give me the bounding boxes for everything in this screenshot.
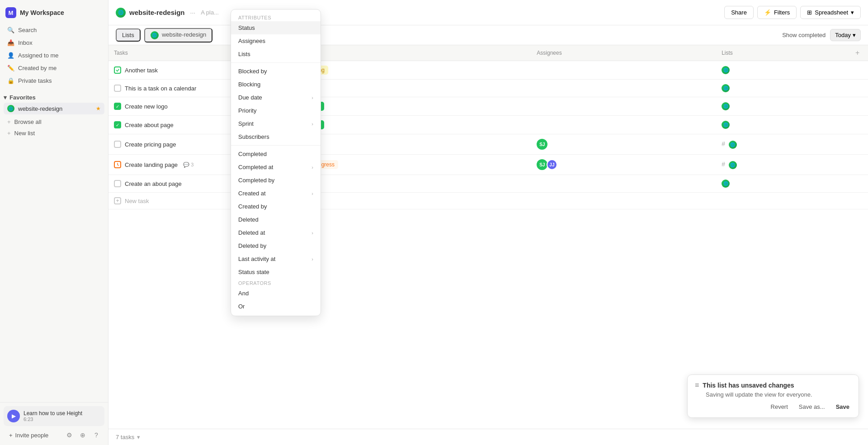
dropdown-item-completed-by[interactable]: Completed by — [231, 174, 321, 187]
plus-icon: + — [9, 432, 13, 439]
notification-title: This list has unsaved changes — [703, 382, 794, 389]
sidebar-nav-search[interactable]: 🔍 Search — [4, 24, 104, 36]
task-name: Another task — [125, 67, 158, 74]
new-list-button[interactable]: + New list — [4, 128, 104, 139]
table-row: Another task Testing 🌐 — [108, 61, 868, 80]
save-as-button[interactable]: Save as... — [797, 402, 827, 411]
dropdown-item-due-date[interactable]: Due date › — [231, 91, 321, 104]
task-checkbox[interactable] — [114, 141, 121, 148]
deleted-at-label: Deleted at — [238, 229, 265, 236]
tab-project[interactable]: 🌐 website-redesign — [144, 28, 213, 43]
star-icon: ★ — [96, 105, 101, 112]
new-list-label: New list — [14, 130, 35, 137]
sidebar-item-website-redesign[interactable]: 🌐 website-redesign ★ — [4, 103, 104, 114]
table-row: ✓ Create about page Done 🌐 — [108, 116, 868, 134]
subtoolbar-right: Show completed Today ▾ — [782, 29, 861, 41]
add-column-button[interactable]: + — [850, 45, 868, 61]
dropdown-item-deleted[interactable]: Deleted — [231, 213, 321, 226]
dropdown-item-lists[interactable]: Lists — [231, 47, 321, 61]
invite-button[interactable]: + Invite people — [5, 429, 52, 441]
tasks-table: Tasks Status Assignees Lists + — [108, 45, 868, 209]
hash-icon: # — [722, 140, 725, 147]
plus-icon: + — [7, 118, 11, 125]
created-at-label: Created at — [238, 190, 266, 197]
col-status: Status — [298, 45, 531, 61]
dropdown-item-created-at[interactable]: Created at › — [231, 187, 321, 200]
project-title: website-redesign — [129, 9, 185, 16]
more-options-button[interactable]: ··· — [189, 8, 198, 17]
dropdown-item-created-by[interactable]: Created by — [231, 200, 321, 213]
dropdown-item-deleted-by[interactable]: Deleted by — [231, 239, 321, 252]
share-button[interactable]: Share — [724, 6, 754, 19]
today-button[interactable]: Today ▾ — [830, 29, 861, 41]
deleted-label: Deleted — [238, 216, 259, 223]
sidebar-nav-assigned[interactable]: 👤 Assigned to me — [4, 49, 104, 62]
learn-text: Learn how to use Height 6:23 — [24, 410, 82, 422]
assigned-icon: 👤 — [7, 52, 14, 59]
new-task-label[interactable]: New task — [125, 198, 149, 204]
show-completed-button[interactable]: Show completed — [782, 32, 826, 38]
priority-label: Priority — [238, 107, 256, 114]
browse-all-button[interactable]: + Browse all — [4, 116, 104, 128]
dropdown-item-deleted-at[interactable]: Deleted at › — [231, 226, 321, 239]
dropdown-item-status-state[interactable]: Status state — [231, 265, 321, 279]
add-button[interactable]: ⊕ — [76, 429, 89, 441]
avatar-sj: SJ — [537, 159, 547, 170]
lock-icon: 🔒 — [7, 77, 14, 84]
sidebar-nav-private[interactable]: 🔒 Private tasks — [4, 74, 104, 87]
dropdown-item-last-activity-at[interactable]: Last activity at › — [231, 252, 321, 265]
dropdown-item-completed-at[interactable]: Completed at › — [231, 161, 321, 174]
spreadsheet-label: Spreadsheet — [815, 9, 848, 16]
divider — [231, 62, 321, 63]
task-checkbox[interactable] — [114, 180, 121, 187]
chevron-right-icon: › — [311, 165, 313, 170]
dropdown-item-assignees[interactable]: Assignees — [231, 34, 321, 47]
dropdown-item-blocked-by[interactable]: Blocked by — [231, 65, 321, 78]
task-checkbox[interactable]: ✓ — [114, 103, 121, 110]
breadcrumb: A pla... — [201, 9, 219, 16]
attributes-section-label: Attributes — [231, 12, 321, 21]
dropdown-item-status[interactable]: Status — [231, 21, 321, 34]
today-label: Today — [835, 32, 851, 38]
dropdown-item-blocking[interactable]: Blocking — [231, 78, 321, 91]
task-checkbox[interactable]: ✓ — [114, 121, 121, 128]
lists-label: Lists — [238, 51, 250, 57]
plus-icon: + — [855, 49, 859, 57]
col-assignees: Assignees — [531, 45, 716, 61]
chevron-down-icon: ▾ — [851, 9, 854, 16]
learn-button[interactable]: ▶ Learn how to use Height 6:23 — [4, 406, 104, 426]
created-by-label: Created by — [238, 203, 267, 210]
dropdown-item-subscribers[interactable]: Subscribers — [231, 130, 321, 143]
add-task-icon[interactable]: + — [114, 197, 121, 204]
sidebar-nav-inbox[interactable]: 📥 Inbox — [4, 36, 104, 49]
task-checkbox[interactable] — [114, 85, 121, 92]
dropdown-item-sprint[interactable]: Sprint › — [231, 117, 321, 130]
spreadsheet-button[interactable]: ⊞ Spreadsheet ▾ — [800, 6, 861, 19]
private-label: Private tasks — [18, 77, 52, 84]
assigned-label: Assigned to me — [18, 52, 59, 59]
task-checkbox[interactable] — [114, 161, 121, 168]
project-globe-icon: 🌐 — [116, 8, 126, 18]
list-globe-icon: 🌐 — [722, 180, 730, 188]
help-button[interactable]: ? — [90, 429, 103, 441]
tab-lists[interactable]: Lists — [116, 28, 141, 42]
sidebar-nav-created[interactable]: ✏️ Created by me — [4, 62, 104, 74]
blocked-by-label: Blocked by — [238, 68, 267, 75]
task-checkbox[interactable] — [114, 66, 121, 74]
dropdown-item-or[interactable]: Or — [231, 300, 321, 313]
filters-button[interactable]: ⚡ Filters — [757, 6, 797, 19]
revert-button[interactable]: Revert — [769, 402, 790, 411]
workspace-name: My Workspace — [20, 9, 64, 16]
task-name: Create pricing page — [125, 141, 176, 148]
dropdown-item-and[interactable]: And — [231, 287, 321, 300]
save-button[interactable]: Save — [834, 402, 851, 411]
favorites-section: ▾ Favorites 🌐 website-redesign ★ + Brows… — [0, 92, 108, 141]
chevron-right-icon: › — [311, 256, 313, 262]
favorites-header[interactable]: ▾ Favorites — [0, 92, 108, 103]
dropdown-item-priority[interactable]: Priority — [231, 104, 321, 117]
dropdown-item-completed[interactable]: Completed — [231, 147, 321, 161]
settings-button[interactable]: ⚙ — [63, 429, 75, 441]
sidebar-header: M My Workspace — [0, 0, 108, 22]
list-globe-icon: 🌐 — [722, 121, 730, 129]
assignees-label: Assignees — [238, 38, 265, 44]
